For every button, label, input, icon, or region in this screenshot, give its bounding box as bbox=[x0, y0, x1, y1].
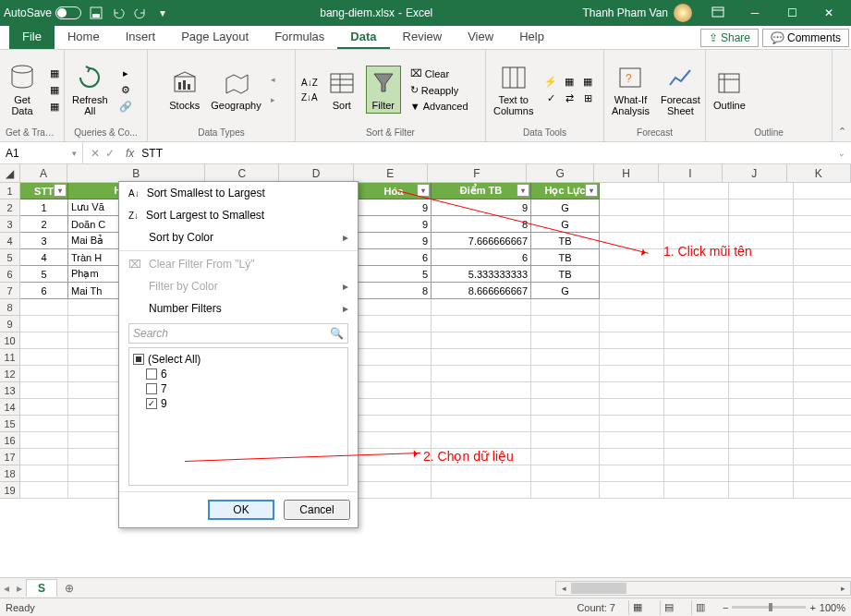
autosave-toggle[interactable]: AutoSave bbox=[4, 6, 81, 19]
cell[interactable] bbox=[794, 316, 851, 332]
column-header[interactable]: B bbox=[67, 164, 205, 182]
maximize-button[interactable]: ☐ bbox=[773, 0, 810, 26]
cell[interactable] bbox=[600, 482, 664, 499]
filter-dropdown-icon[interactable]: ▾ bbox=[585, 184, 598, 197]
cell[interactable] bbox=[20, 465, 68, 482]
cell[interactable] bbox=[432, 416, 531, 432]
ok-button[interactable]: OK bbox=[208, 500, 274, 520]
cell[interactable] bbox=[729, 449, 794, 465]
cell[interactable] bbox=[794, 299, 851, 316]
tab-view[interactable]: View bbox=[455, 26, 506, 49]
cell[interactable] bbox=[729, 216, 794, 233]
data-model-icon[interactable]: ⊞ bbox=[579, 91, 596, 105]
row-header[interactable]: 5 bbox=[0, 249, 20, 266]
cell[interactable] bbox=[20, 482, 68, 499]
cell[interactable] bbox=[357, 465, 432, 482]
cell[interactable] bbox=[20, 316, 68, 332]
sheet-nav-next-icon[interactable]: ▸ bbox=[13, 582, 26, 595]
row-header[interactable]: 19 bbox=[0, 482, 20, 499]
cell[interactable] bbox=[432, 299, 531, 316]
from-text-icon[interactable]: ▦ bbox=[46, 66, 63, 80]
sheet-tab[interactable]: S bbox=[26, 579, 57, 597]
cell[interactable] bbox=[794, 366, 851, 382]
row-header[interactable]: 12 bbox=[0, 366, 20, 382]
cell[interactable] bbox=[664, 349, 729, 366]
row-header[interactable]: 16 bbox=[0, 432, 20, 449]
row-header[interactable]: 11 bbox=[0, 349, 20, 366]
row-header[interactable]: 17 bbox=[0, 449, 20, 465]
cell[interactable] bbox=[794, 283, 851, 299]
reapply-button[interactable]: ↻Reapply bbox=[408, 83, 470, 97]
filter-dropdown-icon[interactable]: ▾ bbox=[517, 184, 529, 197]
cell[interactable] bbox=[664, 299, 729, 316]
cell[interactable]: 3 bbox=[20, 233, 68, 249]
cell[interactable]: TB bbox=[531, 266, 600, 283]
cell[interactable] bbox=[357, 299, 432, 316]
cell[interactable] bbox=[20, 349, 68, 366]
cell[interactable] bbox=[432, 399, 531, 416]
cell[interactable] bbox=[531, 299, 600, 316]
from-table-icon[interactable]: ▦ bbox=[46, 99, 63, 114]
close-button[interactable]: ✕ bbox=[810, 0, 847, 26]
cell[interactable]: 6 bbox=[20, 283, 68, 299]
row-header[interactable]: 15 bbox=[0, 416, 20, 432]
spreadsheet-grid[interactable]: ◢ ABCDEFGHIJK 12345678910111213141516171… bbox=[0, 164, 851, 577]
minimize-button[interactable]: ─ bbox=[736, 0, 773, 26]
cell[interactable] bbox=[664, 432, 729, 449]
zoom-level[interactable]: 100% bbox=[820, 602, 845, 613]
cell[interactable]: 5 bbox=[20, 266, 68, 283]
page-layout-icon[interactable]: ▤ bbox=[660, 600, 678, 615]
tab-review[interactable]: Review bbox=[390, 26, 456, 49]
collapse-ribbon-icon[interactable]: ⌃ bbox=[833, 50, 851, 141]
redo-icon[interactable] bbox=[133, 6, 148, 20]
cancel-button[interactable]: Cancel bbox=[284, 500, 350, 520]
cell[interactable]: 6 bbox=[357, 249, 432, 266]
datatype-next-icon[interactable]: ▸ bbox=[271, 95, 275, 104]
sort-az-icon[interactable]: A↓Z bbox=[301, 78, 318, 88]
sort-asc-item[interactable]: A↓Sort Smallest to Largest bbox=[119, 182, 358, 204]
cell[interactable]: TB bbox=[531, 233, 600, 249]
cell[interactable] bbox=[664, 216, 729, 233]
cell[interactable] bbox=[20, 432, 68, 449]
select-all-corner[interactable]: ◢ bbox=[0, 164, 20, 182]
clear-filter-button[interactable]: ⌧Clear bbox=[408, 66, 470, 80]
cell[interactable] bbox=[600, 283, 664, 299]
cell[interactable] bbox=[729, 266, 794, 283]
cell[interactable] bbox=[600, 366, 664, 382]
row-header[interactable]: 4 bbox=[0, 233, 20, 249]
cell[interactable] bbox=[600, 266, 664, 283]
cell[interactable] bbox=[794, 399, 851, 416]
cell[interactable] bbox=[357, 332, 432, 349]
cell[interactable] bbox=[729, 482, 794, 499]
cell[interactable] bbox=[729, 416, 794, 432]
cell[interactable] bbox=[664, 283, 729, 299]
sort-za-icon[interactable]: Z↓A bbox=[301, 92, 318, 103]
column-header[interactable]: C bbox=[205, 164, 279, 182]
cell[interactable] bbox=[729, 366, 794, 382]
cell[interactable]: 5.333333333 bbox=[432, 266, 531, 283]
cell[interactable] bbox=[20, 449, 68, 465]
cell[interactable] bbox=[664, 183, 729, 199]
save-icon[interactable] bbox=[89, 6, 103, 20]
cell[interactable] bbox=[600, 465, 664, 482]
cell[interactable] bbox=[794, 449, 851, 465]
add-sheet-icon[interactable]: ⊕ bbox=[57, 582, 81, 595]
cell[interactable]: 1 bbox=[20, 199, 68, 216]
cell[interactable]: 8 bbox=[357, 283, 432, 299]
filter-option[interactable]: 7 bbox=[133, 381, 344, 396]
cell[interactable] bbox=[664, 316, 729, 332]
sort-desc-item[interactable]: Z↓Sort Largest to Smallest bbox=[119, 204, 358, 226]
validation-icon[interactable]: ✓ bbox=[542, 91, 559, 105]
cell[interactable] bbox=[20, 382, 68, 399]
cell[interactable] bbox=[729, 332, 794, 349]
cell[interactable] bbox=[531, 316, 600, 332]
cell[interactable] bbox=[600, 299, 664, 316]
cell[interactable] bbox=[531, 382, 600, 399]
column-header[interactable]: K bbox=[787, 164, 851, 182]
scrollbar-thumb[interactable] bbox=[571, 583, 626, 594]
page-break-icon[interactable]: ▥ bbox=[691, 600, 710, 615]
cell[interactable] bbox=[794, 349, 851, 366]
cell[interactable] bbox=[794, 465, 851, 482]
cell[interactable] bbox=[357, 349, 432, 366]
cell[interactable] bbox=[794, 183, 851, 199]
